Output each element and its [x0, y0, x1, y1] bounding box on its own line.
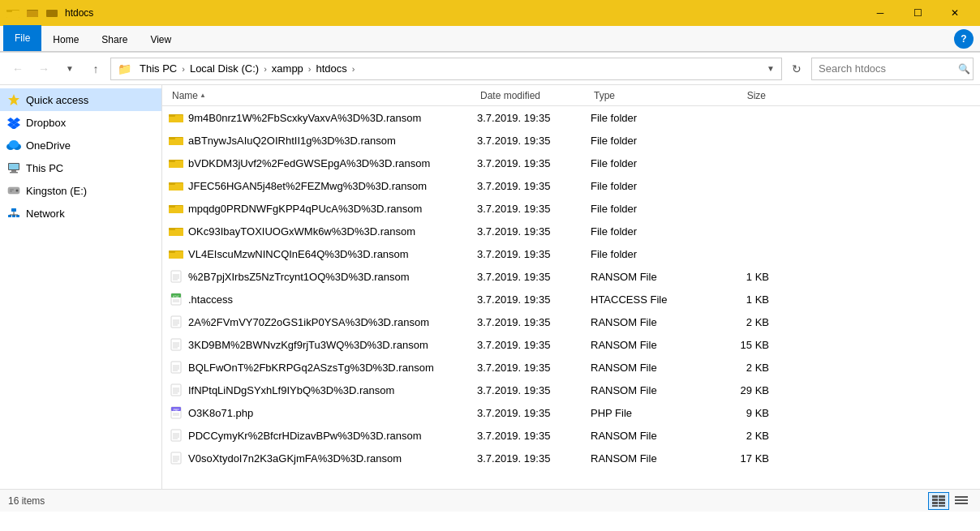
- filelist: Name ▲ Date modified Type Size 9m4B0nrz1…: [162, 85, 980, 489]
- svg-rect-102: [932, 502, 938, 504]
- star-icon: [6, 92, 21, 107]
- forward-button[interactable]: →: [32, 58, 55, 80]
- file-date: 3.7.2019. 19:35: [477, 157, 591, 169]
- dropbox-icon: [6, 115, 21, 130]
- table-row[interactable]: mpqdg0PRDNWFgKPP4qPUcA%3D%3D.ransom 3.7.…: [162, 197, 980, 220]
- svg-rect-98: [932, 495, 938, 498]
- sidebar-item-quickaccess[interactable]: Quick access: [0, 88, 161, 111]
- table-row[interactable]: PHP O3K8o71.php 3.7.2019. 19:35 PHP File…: [162, 401, 980, 424]
- svg-rect-52: [169, 251, 175, 253]
- table-row[interactable]: HTAC .htaccess 3.7.2019. 19:35 HTACCESS …: [162, 288, 980, 310]
- file-size: 2 KB: [704, 362, 769, 374]
- table-row[interactable]: %2B7pjXIrbsZ5NzTrcynt1OQ%3D%3D.ransom 3.…: [162, 265, 980, 288]
- table-row[interactable]: 2A%2FVmVY70Z2oGS1ikP0YSA%3D%3D.ransom 3.…: [162, 310, 980, 333]
- path-thispc[interactable]: This PC: [136, 61, 180, 76]
- file-type: File folder: [591, 135, 704, 147]
- svg-rect-18: [9, 164, 19, 169]
- tab-view[interactable]: View: [139, 28, 183, 51]
- file-date: 3.7.2019. 19:35: [477, 430, 591, 442]
- search-icon: 🔍: [958, 63, 970, 75]
- main-layout: Quick access Dropbox OneDrive This PC: [0, 85, 980, 489]
- file-icon: [169, 156, 183, 170]
- sidebar-kingston-label: Kingston (E:): [26, 185, 87, 197]
- file-size: 1 KB: [704, 271, 769, 283]
- table-row[interactable]: aBTnywJsAIuQ2OIRhtII1g%3D%3D.ransom 3.7.…: [162, 129, 980, 152]
- tab-share[interactable]: Share: [90, 28, 139, 51]
- file-name: 2A%2FVmVY70Z2oGS1ikP0YSA%3D%3D.ransom: [169, 315, 477, 329]
- file-icon: [169, 428, 183, 443]
- svg-rect-108: [955, 503, 968, 504]
- path-localdisk[interactable]: Local Disk (C:): [187, 61, 262, 76]
- address-bar[interactable]: 📁 This PC › Local Disk (C:) › xampp › ht…: [110, 58, 782, 80]
- col-type-header[interactable]: Type: [591, 90, 704, 101]
- svg-rect-43: [169, 182, 175, 185]
- back-button[interactable]: ←: [6, 58, 29, 80]
- file-icon: PHP: [169, 405, 183, 420]
- tab-home[interactable]: Home: [41, 28, 90, 51]
- refresh-button[interactable]: ↻: [785, 58, 808, 80]
- recent-locations-button[interactable]: ▼: [58, 58, 81, 80]
- search-box[interactable]: 🔍: [811, 58, 974, 80]
- table-row[interactable]: JFEC56HGAN5j48et%2FEZMwg%3D%3D.ransom 3.…: [162, 174, 980, 197]
- sidebar-thispc-label: This PC: [26, 162, 63, 174]
- file-name: 9m4B0nrz1W%2FbScxkyVaxvA%3D%3D.ransom: [169, 110, 477, 125]
- file-icon: [169, 269, 183, 284]
- maximize-button[interactable]: ☐: [899, 0, 936, 26]
- table-row[interactable]: bVDKDM3jUvf2%2FedGWSEpgA%3D%3D.ransom 3.…: [162, 152, 980, 174]
- file-icon: [169, 110, 183, 125]
- table-row[interactable]: 3KD9BM%2BWNvzKgf9rjTu3WQ%3D%3D.ransom 3.…: [162, 333, 980, 356]
- file-date: 3.7.2019. 19:35: [477, 225, 591, 238]
- help-button[interactable]: ?: [954, 29, 974, 49]
- address-path: 📁 This PC › Local Disk (C:) › xampp › ht…: [118, 61, 355, 76]
- svg-rect-100: [932, 499, 938, 501]
- path-xampp[interactable]: xampp: [269, 61, 307, 76]
- sidebar-item-onedrive[interactable]: OneDrive: [0, 134, 161, 156]
- up-button[interactable]: ↑: [84, 58, 107, 80]
- svg-rect-5: [46, 10, 58, 17]
- view-list-button[interactable]: [951, 492, 972, 510]
- file-type: File folder: [591, 225, 704, 238]
- file-type: RANSOM File: [591, 339, 704, 351]
- file-name: mpqdg0PRDNWFgKPP4qPUcA%3D%3D.ransom: [169, 201, 477, 216]
- close-button[interactable]: ✕: [936, 0, 974, 26]
- table-row[interactable]: OKc93IbayTOXIUOGxWMk6w%3D%3D.ransom 3.7.…: [162, 220, 980, 242]
- table-row[interactable]: VL4EIscuMzwNINCQInE64Q%3D%3D.ransom 3.7.…: [162, 242, 980, 265]
- table-row[interactable]: BQLFwOnT%2FbKRPGq2ASzsTg%3D%3D.ransom 3.…: [162, 356, 980, 379]
- drive-icon: [6, 183, 21, 198]
- file-icon: [169, 201, 183, 216]
- svg-rect-24: [10, 190, 14, 191]
- file-type: RANSOM File: [591, 384, 704, 396]
- table-row[interactable]: IfNPtqLiNDgSYxhLf9IYbQ%3D%3D.ransom 3.7.…: [162, 379, 980, 401]
- file-icon: [169, 315, 183, 329]
- titlebar-title: htdocs: [65, 7, 855, 19]
- file-type: RANSOM File: [591, 316, 704, 328]
- sidebar-onedrive-label: OneDrive: [26, 139, 71, 152]
- file-icon: [169, 178, 183, 193]
- sidebar-item-dropbox[interactable]: Dropbox: [0, 111, 161, 134]
- path-htdocs[interactable]: htdocs: [313, 61, 350, 76]
- file-icon: [169, 360, 183, 375]
- file-type: HTACCESS File: [591, 293, 704, 306]
- col-name-header[interactable]: Name ▲: [169, 90, 477, 101]
- sidebar-item-thispc[interactable]: This PC: [0, 156, 161, 179]
- file-name: %2B7pjXIrbsZ5NzTrcynt1OQ%3D%3D.ransom: [169, 269, 477, 284]
- search-input[interactable]: [819, 62, 955, 75]
- minimize-button[interactable]: ─: [862, 0, 899, 26]
- table-row[interactable]: V0soXtydoI7n2K3aGKjmFA%3D%3D.ransom 3.7.…: [162, 447, 980, 469]
- svg-rect-106: [955, 496, 968, 498]
- address-dropdown-arrow[interactable]: ▼: [767, 64, 775, 73]
- sidebar-item-network[interactable]: Network: [0, 202, 161, 225]
- col-size-header[interactable]: Size: [704, 90, 769, 101]
- svg-text:PHP: PHP: [173, 408, 179, 412]
- table-row[interactable]: PDCCymyKr%2BfcrHDizavBPw%3D%3D.ransom 3.…: [162, 424, 980, 447]
- file-date: 3.7.2019. 19:35: [477, 362, 591, 374]
- sidebar-item-kingston[interactable]: Kingston (E:): [0, 179, 161, 202]
- svg-rect-46: [169, 205, 175, 208]
- tab-file[interactable]: File: [3, 25, 41, 51]
- view-detail-button[interactable]: [928, 492, 949, 510]
- network-icon: [6, 206, 21, 221]
- file-date: 3.7.2019. 19:35: [477, 384, 591, 396]
- col-date-header[interactable]: Date modified: [477, 90, 591, 101]
- svg-rect-107: [955, 499, 968, 501]
- table-row[interactable]: 9m4B0nrz1W%2FbScxkyVaxvA%3D%3D.ransom 3.…: [162, 106, 980, 129]
